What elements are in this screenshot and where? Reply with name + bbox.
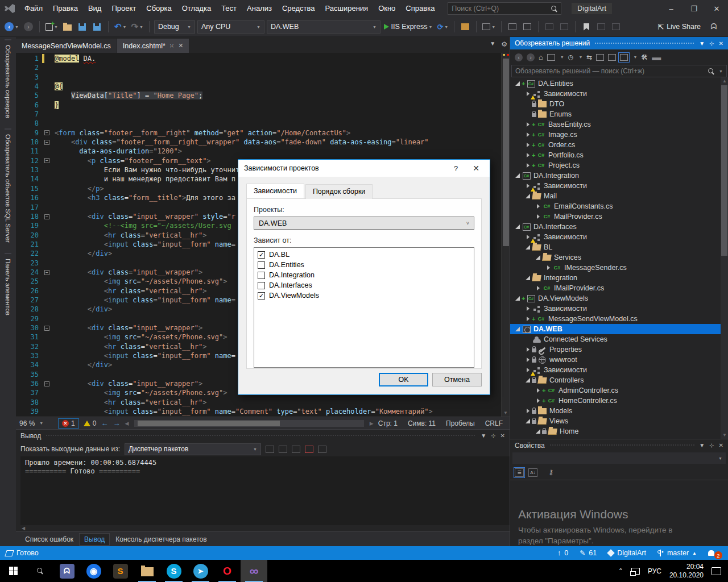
keep-output-icon[interactable] [266,446,274,453]
menu-item-Расширения[interactable]: Расширения [320,0,374,17]
attach-debugger-button[interactable] [459,20,471,34]
fold-marker[interactable]: − [44,214,49,219]
live-share-button[interactable]: ⇱Live Share [657,23,701,31]
bookmark-button[interactable] [580,20,593,34]
notifications-bell[interactable]: 2 [708,547,722,559]
se-show-all-files-icon[interactable] [620,54,628,61]
network-icon[interactable] [631,568,640,575]
outdent-button[interactable] [558,20,570,34]
tree-item[interactable]: +C#AdminController.cs [510,385,728,396]
tree-item[interactable]: Services [510,252,728,263]
code-line[interactable]: 2 [16,63,501,72]
action-center-icon[interactable] [712,567,721,575]
tree-item[interactable]: DA.WEB [510,324,728,334]
configuration-dropdown[interactable]: Debug▼ [154,20,195,34]
dependency-row[interactable]: DA.Entities [255,260,473,270]
solution-tree-scrollbar[interactable]: ▲▼ [721,77,728,439]
goto-next-message-icon[interactable] [292,446,300,453]
feedback-button[interactable]: ᗣ [708,20,720,34]
se-collapse-all-icon[interactable] [608,54,616,61]
navigate-back-arrow-icon[interactable]: ← [101,419,108,427]
se-dropdown-icon[interactable]: ▼ [699,40,705,47]
taskbar-app-maps[interactable]: ◉ [80,560,107,582]
hscroll-right-arrow[interactable]: ▶ [370,421,374,426]
dependency-row[interactable]: DA.Integration [255,270,473,280]
fold-marker[interactable]: − [44,381,49,386]
repository-button[interactable]: DigitalArt [608,549,646,557]
code-line[interactable]: 11 data-aos-duration="1200"> [16,147,501,156]
left-tab[interactable]: Обозреватель объектов SQL Server [5,128,11,247]
editor-horizontal-scrollbar[interactable] [134,420,364,427]
project-dropdown[interactable]: DA.WEB˅ [254,217,474,230]
start-debug-button[interactable]: IIS Express▼ [383,20,433,34]
se-pending-changes-icon[interactable]: ◷ [568,53,574,61]
se-sync-icon[interactable]: ⇆ [586,53,592,61]
restore-button[interactable]: ❐ [682,0,705,17]
collapsed-arrow-icon[interactable] [524,122,532,127]
se-properties-wrench-icon[interactable]: 🛠 [641,53,648,61]
menu-item-Вид[interactable]: Вид [83,0,107,17]
tree-item[interactable]: +C#MessageSendViewModel.cs [510,314,728,324]
expanded-arrow-icon[interactable] [524,245,532,250]
tree-item[interactable]: Views [510,416,728,426]
undo-button[interactable]: ↶▼ [113,20,128,34]
expanded-arrow-icon[interactable] [534,429,542,434]
collapsed-arrow-icon[interactable] [534,398,542,403]
quick-search-input[interactable]: Поиск (Ctrl+Q) [448,2,561,15]
language-indicator[interactable]: РУС [648,567,661,575]
menu-item-Тест[interactable]: Тест [216,0,242,17]
collapsed-arrow-icon[interactable] [524,357,532,362]
expanded-arrow-icon[interactable] [514,173,522,178]
menu-item-Сборка[interactable]: Сборка [141,0,177,17]
indent-mode[interactable]: Пробелы [446,419,475,427]
line-ending[interactable]: CRLF [485,419,503,427]
collapsed-arrow-icon[interactable] [524,409,532,413]
taskbar-app-start[interactable] [0,560,27,582]
tree-item[interactable]: C#IMessageSender.cs [510,263,728,273]
outgoing-commits[interactable]: ↑0 [557,549,568,557]
tree-item[interactable]: wwwroot [510,355,728,365]
fold-marker[interactable]: − [44,158,49,163]
tree-item[interactable]: +C#DA.ViewModels [510,293,728,304]
tree-item[interactable]: +C#Project.cs [510,160,728,171]
output-text[interactable]: Прошло времени: 00:00:05.6874445========… [20,456,510,525]
tree-item[interactable]: Зависимости [510,365,728,375]
fold-marker[interactable]: − [44,270,49,275]
se-back-icon[interactable]: ‹ [515,53,523,61]
pending-edits[interactable]: ✎61 [580,549,597,557]
tree-item[interactable]: Integration [510,273,728,283]
left-tab[interactable]: Панель элементов [5,253,11,320]
dialog-tab[interactable]: Зависимости [246,184,304,198]
dependency-row[interactable]: DA.Interfaces [255,280,473,290]
se-close-icon[interactable]: ✕ [719,40,723,47]
code-line[interactable]: 1@model DA. [16,54,501,63]
menu-item-Окно[interactable]: Окно [373,0,400,17]
editor-tab[interactable]: Index.cshtml*⊹✕ [117,39,189,53]
se-preview-icon[interactable]: ▬ [652,52,661,63]
expanded-arrow-icon[interactable] [514,225,522,229]
expanded-arrow-icon[interactable] [524,194,532,198]
new-item-button[interactable] [506,20,519,34]
platform-dropdown[interactable]: Any CPU▼ [197,20,264,34]
code-line[interactable]: 3 [16,73,501,82]
properties-dropdown-icon[interactable]: ▼ [699,442,705,448]
tree-item[interactable]: C#IMailProvider.cs [510,283,728,293]
alphabetical-icon[interactable]: A↓ [528,468,537,477]
menu-item-Правка[interactable]: Правка [48,0,83,17]
categorized-icon[interactable]: ☰ [515,468,524,477]
taskbar-app-search[interactable] [27,560,53,582]
code-line[interactable]: 8 [16,119,501,128]
next-bookmark-button[interactable] [610,20,622,34]
tree-item[interactable]: C#DA.Integration [510,171,728,181]
editor-vertical-scrollbar[interactable]: ▼ [501,53,510,417]
pin-tab-icon[interactable]: ⊹ [168,42,176,50]
cancel-button[interactable]: Отмена [432,373,482,386]
menu-item-Файл[interactable]: Файл [19,0,48,17]
tree-item[interactable]: Controllers [510,375,728,385]
close-button[interactable]: ✕ [705,0,728,17]
tree-item[interactable]: Enums [510,109,728,119]
collapsed-arrow-icon[interactable] [534,214,542,219]
properties-pin-icon[interactable]: ⊹ [709,442,714,448]
taskbar-app-visual-studio[interactable]: ∞ [241,560,267,582]
menu-item-Средства[interactable]: Средства [277,0,320,17]
